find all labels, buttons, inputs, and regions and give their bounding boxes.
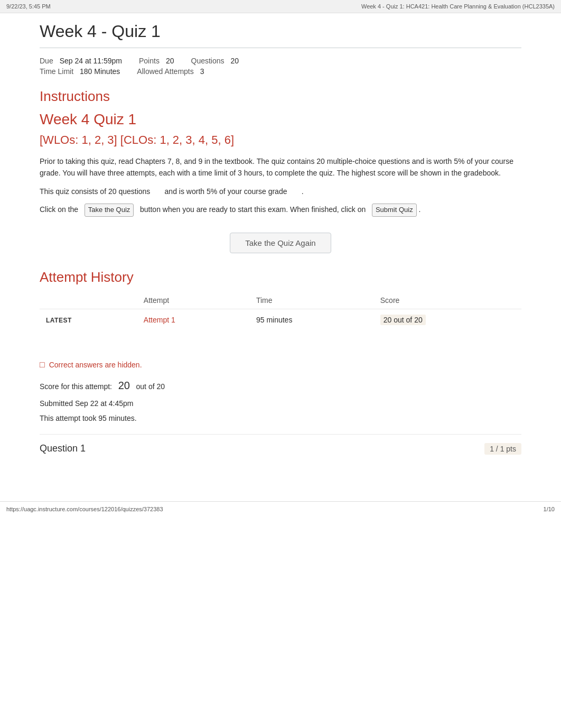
footer-bar: https://uagc.instructure.com/courses/122… bbox=[0, 501, 561, 517]
col-header-score: Score bbox=[374, 292, 521, 309]
attempt-1-link[interactable]: Attempt 1 bbox=[144, 316, 175, 324]
correct-answers-text: Correct answers are hidden. bbox=[49, 361, 142, 369]
attempt-history-heading: Attempt History bbox=[40, 269, 521, 285]
question-1-row: Question 1 1 / 1 pts bbox=[40, 434, 521, 459]
meta-row-2: Time Limit 180 Minutes Allowed Attempts … bbox=[40, 67, 521, 76]
para3-part2: button when you are ready to start this … bbox=[140, 205, 366, 214]
attempt-time-cell: 95 minutes bbox=[250, 309, 374, 330]
score-prefix: Score for this attempt: bbox=[40, 382, 112, 391]
quiz-subtitle: Week 4 Quiz 1 bbox=[40, 111, 521, 128]
instructions-para1: Prior to taking this quiz, read Chapters… bbox=[40, 155, 521, 179]
quiz-meta: Due Sep 24 at 11:59pm Points 20 Question… bbox=[40, 57, 521, 76]
latest-badge: LATEST bbox=[40, 309, 137, 330]
notice-icon: □ bbox=[40, 360, 45, 370]
attempt-history-section: Attempt History Attempt Time Score LATES… bbox=[40, 269, 521, 330]
due-label: Due bbox=[40, 57, 57, 65]
attempt-score-info: Score for this attempt: 20 out of 20 Sub… bbox=[40, 375, 521, 426]
footer-pagination: 1/10 bbox=[544, 506, 555, 512]
col-header-attempt: Attempt bbox=[137, 292, 250, 309]
main-container: Week 4 - Quiz 1 Due Sep 24 at 11:59pm Po… bbox=[27, 13, 534, 480]
instructions-para3: Click on the Take the Quiz button when y… bbox=[40, 204, 521, 217]
attempt-score-cell: 20 out of 20 bbox=[374, 309, 521, 330]
allowed-attempts-value: 3 bbox=[200, 67, 204, 76]
allowed-attempts-label: Allowed Attempts bbox=[137, 67, 197, 76]
due-value: Sep 24 at 11:59pm bbox=[60, 57, 122, 65]
meta-questions: Questions 20 bbox=[191, 57, 239, 65]
browser-bar: 9/22/23, 5:45 PM Week 4 - Quiz 1: HCA421… bbox=[0, 0, 561, 13]
para3-part1: Click on the bbox=[40, 205, 78, 214]
para2-part1: This quiz consists of 20 questions bbox=[40, 187, 150, 196]
timelimit-value: 180 Minutes bbox=[80, 67, 120, 76]
para3-end: . bbox=[419, 205, 421, 214]
points-label: Points bbox=[139, 57, 163, 65]
questions-value: 20 bbox=[231, 57, 239, 65]
meta-timelimit: Time Limit 180 Minutes bbox=[40, 67, 120, 76]
browser-page-title: Week 4 - Quiz 1: HCA421: Health Care Pla… bbox=[361, 3, 555, 10]
attempt-detail: □ Correct answers are hidden. Score for … bbox=[40, 343, 521, 459]
meta-points: Points 20 bbox=[139, 57, 174, 65]
browser-timestamp: 9/22/23, 5:45 PM bbox=[6, 3, 51, 10]
score-suffix: out of 20 bbox=[136, 382, 165, 391]
meta-row-1: Due Sep 24 at 11:59pm Points 20 Question… bbox=[40, 57, 521, 65]
page-title: Week 4 - Quiz 1 bbox=[40, 22, 521, 48]
score-number: 20 bbox=[118, 380, 130, 391]
footer-url: https://uagc.instructure.com/courses/122… bbox=[6, 506, 163, 512]
wlo-heading: [WLOs: 1, 2, 3] [CLOs: 1, 2, 3, 4, 5, 6] bbox=[40, 133, 521, 147]
para2-part2: and is worth 5% of your course grade bbox=[165, 187, 287, 196]
points-value: 20 bbox=[166, 57, 174, 65]
meta-due: Due Sep 24 at 11:59pm bbox=[40, 57, 122, 65]
time-taken-line: This attempt took 95 minutes. bbox=[40, 411, 521, 426]
take-quiz-inline-ref: Take the Quiz bbox=[85, 204, 134, 217]
correct-answers-notice: □ Correct answers are hidden. bbox=[40, 360, 521, 370]
attempt-link-cell[interactable]: Attempt 1 bbox=[137, 309, 250, 330]
para2-end: . bbox=[302, 187, 304, 196]
col-header-empty bbox=[40, 292, 137, 309]
timelimit-label: Time Limit bbox=[40, 67, 77, 76]
col-header-time: Time bbox=[250, 292, 374, 309]
question-1-label: Question 1 bbox=[40, 443, 86, 454]
instructions-heading: Instructions bbox=[40, 88, 521, 105]
meta-allowed-attempts: Allowed Attempts 3 bbox=[137, 67, 204, 76]
question-1-pts: 1 / 1 pts bbox=[484, 443, 521, 455]
take-quiz-again-button[interactable]: Take the Quiz Again bbox=[230, 233, 331, 253]
submitted-line: Submitted Sep 22 at 4:45pm bbox=[40, 396, 521, 411]
attempt-table: Attempt Time Score LATEST Attempt 1 95 m… bbox=[40, 292, 521, 330]
table-row: LATEST Attempt 1 95 minutes 20 out of 20 bbox=[40, 309, 521, 330]
submit-quiz-inline-ref: Submit Quiz bbox=[372, 204, 417, 217]
take-quiz-btn-wrap: Take the Quiz Again bbox=[40, 233, 521, 253]
instructions-para2: This quiz consists of 20 questions and i… bbox=[40, 186, 521, 197]
score-line: Score for this attempt: 20 out of 20 bbox=[40, 375, 521, 396]
attempt-table-header-row: Attempt Time Score bbox=[40, 292, 521, 309]
questions-label: Questions bbox=[191, 57, 228, 65]
